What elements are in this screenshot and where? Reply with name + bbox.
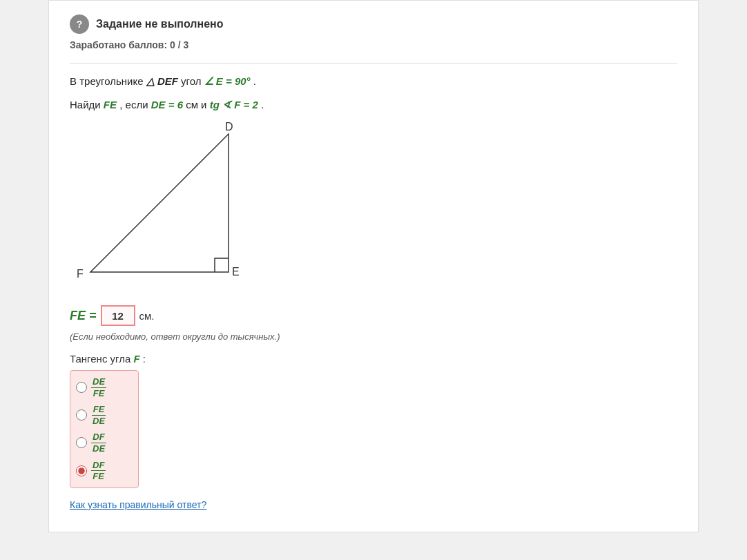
label-d: D xyxy=(225,121,233,133)
footer-link[interactable]: Как узнать правильный ответ? xyxy=(70,499,206,510)
triangle-svg: D E F xyxy=(70,120,249,293)
radio-input-2[interactable] xyxy=(76,409,87,421)
tg-section: Тангенс угла F : DE FE FE xyxy=(70,353,677,488)
score-current: 0 xyxy=(170,39,175,50)
tg-angle-f: F xyxy=(133,353,139,365)
frac3-den: DE xyxy=(91,443,106,454)
page-wrapper: ? Задание не выполнено Заработано баллов… xyxy=(0,0,747,560)
hint-text: (Если необходимо, ответ округли до тысяч… xyxy=(70,331,677,342)
header-row: ? Задание не выполнено xyxy=(70,15,677,34)
problem-line1: В треугольнике △ DEF угол ∠ E = 90° . xyxy=(70,73,677,90)
intro-text: В треугольнике xyxy=(70,75,144,87)
score-line: Заработано баллов: 0 / 3 xyxy=(70,39,677,50)
fe-label-problem: FE xyxy=(104,99,117,110)
triangle-diagram: D E F xyxy=(70,120,249,293)
frac2-num: FE xyxy=(92,404,106,416)
answer-row: FE = см. xyxy=(70,305,677,326)
angle-expr: ∠ E = 90° xyxy=(204,75,251,87)
radio-input-4[interactable] xyxy=(76,465,87,476)
score-separator: / xyxy=(178,39,181,50)
frac4-num: DF xyxy=(91,460,106,472)
tg-colon: : xyxy=(143,353,146,365)
radio-option-3[interactable]: DF DE xyxy=(75,429,134,456)
divider xyxy=(70,63,677,64)
angle-text: угол xyxy=(181,75,204,87)
answer-fe-label: FE = xyxy=(70,309,97,323)
find-text: Найди xyxy=(70,99,104,110)
tg-label: Тангенс угла F : xyxy=(70,353,677,365)
radio-option-1[interactable]: DE FE xyxy=(75,374,134,401)
frac1-den: FE xyxy=(92,388,106,399)
radio-input-1[interactable] xyxy=(76,382,87,393)
period2: . xyxy=(261,99,264,110)
fraction-1: DE FE xyxy=(91,376,106,398)
svg-marker-0 xyxy=(90,134,229,272)
problem-line2: Найди FE , если DE = 6 см и tg ∢ F = 2 . xyxy=(70,97,677,113)
if-text: , если xyxy=(119,99,151,110)
fraction-3: DF DE xyxy=(91,432,106,454)
tg-label-text: Тангенс угла xyxy=(70,353,130,365)
unit-sm: см и xyxy=(186,99,210,110)
score-max: 3 xyxy=(184,39,189,50)
tg-expr: tg ∢ F = 2 xyxy=(210,99,258,110)
answer-unit: см. xyxy=(139,310,155,322)
fraction-2: FE DE xyxy=(91,404,106,426)
task-title: Задание не выполнено xyxy=(96,18,224,30)
frac3-num: DF xyxy=(91,432,106,443)
radio-option-4[interactable]: DF FE xyxy=(75,457,134,485)
answer-input[interactable] xyxy=(101,305,135,326)
fraction-4: DF FE xyxy=(91,460,106,482)
card: ? Задание не выполнено Заработано баллов… xyxy=(48,0,699,532)
task-badge: ? xyxy=(70,15,89,34)
triangle-name: △ DEF xyxy=(146,75,178,87)
period1: . xyxy=(253,75,256,87)
radio-option-2[interactable]: FE DE xyxy=(75,401,134,429)
de-expr: DE = 6 xyxy=(151,99,183,110)
frac1-num: DE xyxy=(91,376,106,388)
label-f: F xyxy=(77,268,84,280)
frac4-den: FE xyxy=(91,471,106,482)
score-label: Заработано баллов: xyxy=(70,39,167,50)
frac2-den: DE xyxy=(91,416,106,427)
radio-group: DE FE FE DE DF DE xyxy=(70,370,139,488)
radio-input-3[interactable] xyxy=(76,437,87,448)
label-e: E xyxy=(232,266,240,278)
